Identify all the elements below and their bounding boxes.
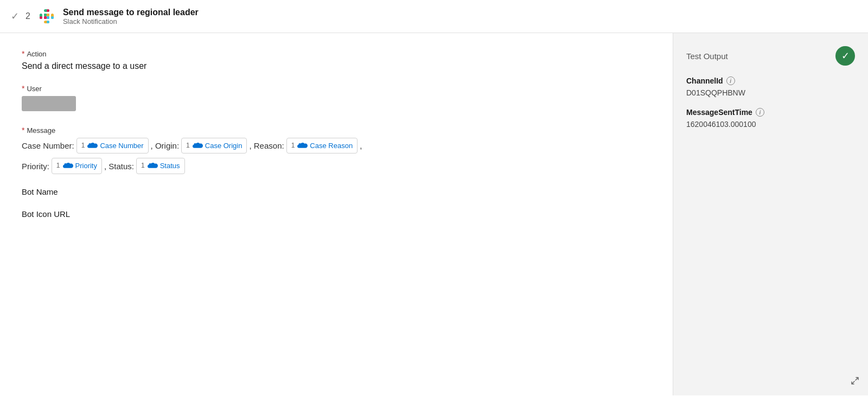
salesforce-icon-3 (297, 142, 308, 150)
svg-rect-12 (47, 16, 49, 19)
token-caseorigin[interactable]: 1 Case Origin (181, 138, 247, 153)
step-subtitle: Slack Notification (63, 17, 199, 25)
svg-rect-6 (47, 9, 49, 12)
sidebar-title: Test Output (686, 52, 728, 61)
token-casenumber-label: Case Number (100, 139, 143, 152)
main-layout: * Action Send a direct message to a user… (0, 33, 868, 395)
test-output-sidebar: Test Output ✓ ChannelId i D01SQQPHBNW Me… (673, 33, 868, 395)
output-field-messagesenttime: MessageSentTime i 1620046103.000100 (686, 108, 855, 129)
salesforce-icon-4 (62, 162, 73, 170)
msg-text-status-prefix: , Status: (104, 159, 134, 174)
content-area: * Action Send a direct message to a user… (0, 33, 673, 395)
token-caseorigin-label: Case Origin (205, 139, 242, 152)
svg-rect-11 (44, 16, 47, 19)
user-label: * User (22, 84, 651, 93)
messagesenttime-label: MessageSentTime i (686, 108, 855, 117)
message-label: * Message (22, 126, 651, 135)
expand-icon[interactable] (851, 376, 859, 387)
token-priority-label: Priority (75, 159, 97, 172)
slack-icon (37, 7, 56, 26)
bot-name-field-group: Bot Name (22, 187, 651, 196)
messagesenttime-value: 1620046103.000100 (686, 120, 855, 129)
token-status-label: Status (160, 159, 180, 172)
msg-text-priority-prefix: Priority: (22, 159, 49, 174)
msg-text-casenumber-prefix: Case Number: (22, 138, 74, 153)
salesforce-icon-5 (147, 162, 158, 170)
step-header: ✓ 2 Send message to regional leader S (0, 0, 868, 33)
svg-rect-8 (47, 21, 49, 23)
channelid-info-icon[interactable]: i (726, 76, 735, 85)
message-content: Case Number: 1 Case Number , Origin: 1 C… (22, 138, 651, 174)
msg-text-comma: , (360, 138, 362, 153)
svg-rect-5 (40, 16, 42, 19)
bot-name-label: Bot Name (22, 187, 651, 196)
svg-rect-10 (47, 14, 49, 16)
sidebar-header: Test Output ✓ (686, 46, 855, 66)
success-check-icon: ✓ (835, 46, 855, 66)
message-field-group: * Message Case Number: 1 Case Number , O… (22, 126, 651, 174)
salesforce-icon-2 (192, 142, 203, 150)
msg-text-origin-prefix: , Origin: (151, 138, 180, 153)
messagesenttime-info-icon[interactable]: i (756, 108, 764, 117)
step-title: Send message to regional leader (63, 8, 199, 17)
channelid-value: D01SQQPHBNW (686, 88, 855, 97)
bot-icon-field-group: Bot Icon URL (22, 209, 651, 219)
token-casereason[interactable]: 1 Case Reason (286, 138, 358, 153)
action-label: * Action (22, 49, 651, 58)
token-status[interactable]: 1 Status (136, 158, 185, 174)
bot-icon-label: Bot Icon URL (22, 209, 651, 219)
token-casereason-label: Case Reason (310, 139, 353, 152)
channelid-label: ChannelId i (686, 76, 855, 85)
header-text: Send message to regional leader Slack No… (63, 8, 199, 25)
token-casenumber[interactable]: 1 Case Number (76, 138, 149, 153)
output-field-channelid: ChannelId i D01SQQPHBNW (686, 76, 855, 97)
user-input[interactable] (22, 96, 76, 111)
svg-rect-7 (51, 16, 54, 19)
user-field-group: * User (22, 84, 651, 113)
action-value: Send a direct message to a user (22, 61, 651, 71)
salesforce-icon (87, 142, 98, 150)
action-field-group: * Action Send a direct message to a user (22, 49, 651, 71)
msg-text-reason-prefix: , Reason: (249, 138, 284, 153)
check-icon: ✓ (11, 10, 19, 22)
step-number: 2 (25, 11, 30, 21)
token-priority[interactable]: 1 Priority (52, 158, 102, 174)
svg-rect-9 (44, 14, 47, 16)
